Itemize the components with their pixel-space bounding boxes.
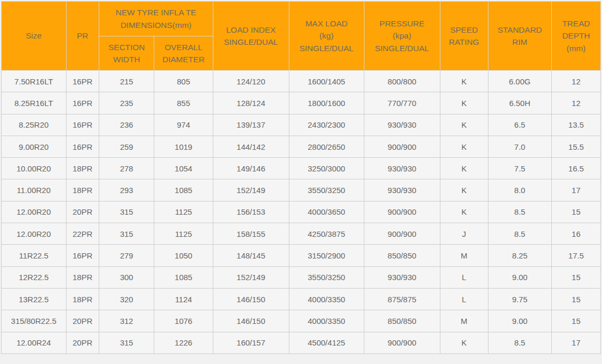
cell-load-index: 152/149 (213, 266, 289, 288)
col-header-max-load: MAX LOAD (kg) SINGLE/DUAL (289, 2, 364, 71)
cell-load-index: 128/124 (213, 92, 289, 114)
cell-speed-rating: K (440, 179, 488, 201)
cell-speed-rating: K (440, 92, 488, 114)
table-row: 12R22.518PR3001085152/1493550/3250930/93… (2, 266, 601, 288)
cell-standard-rim: 9.00 (488, 310, 551, 332)
cell-standard-rim: 6.00G (488, 71, 551, 92)
cell-load-index: 156/153 (213, 201, 289, 223)
cell-size: 10.00R20 (2, 158, 67, 179)
cell-standard-rim: 8.5 (488, 223, 551, 245)
cell-overall-diameter: 1125 (154, 201, 213, 223)
cell-load-index: 139/137 (213, 114, 289, 136)
cell-speed-rating: K (440, 201, 488, 223)
table-row: 12.00R2420PR3151226160/1574500/4125900/9… (2, 332, 601, 353)
cell-pressure: 930/930 (364, 266, 440, 288)
cell-tread-depth: 16 (551, 223, 600, 245)
cell-section-width: 315 (99, 223, 154, 245)
table-row: 8.25R16LT16PR235855128/1241800/1600770/7… (2, 92, 601, 114)
cell-load-index: 124/120 (213, 71, 289, 92)
cell-pressure: 900/900 (364, 223, 440, 245)
cell-section-width: 259 (99, 136, 154, 157)
cell-tread-depth: 17.5 (551, 245, 600, 266)
cell-pressure: 850/850 (364, 245, 440, 266)
cell-tread-depth: 15 (551, 201, 600, 223)
col-header-standard-rim: STANDARD RIM (488, 2, 551, 71)
cell-overall-diameter: 1050 (154, 245, 213, 266)
cell-overall-diameter: 1085 (154, 266, 213, 288)
cell-max-load: 3550/3250 (289, 266, 364, 288)
cell-pr: 18PR (66, 288, 99, 310)
cell-speed-rating: K (440, 158, 488, 179)
cell-tread-depth: 17 (551, 332, 600, 353)
cell-tread-depth: 12 (551, 92, 600, 114)
cell-load-index: 158/155 (213, 223, 289, 245)
cell-pr: 18PR (66, 179, 99, 201)
cell-tread-depth: 15.5 (551, 136, 600, 157)
cell-overall-diameter: 1124 (154, 288, 213, 310)
cell-standard-rim: 9.00 (488, 266, 551, 288)
cell-max-load: 4000/3350 (289, 310, 364, 332)
cell-size: 9.00R20 (2, 136, 67, 157)
cell-max-load: 3550/3250 (289, 179, 364, 201)
cell-section-width: 279 (99, 245, 154, 266)
cell-standard-rim: 8.0 (488, 179, 551, 201)
cell-pressure: 800/800 (364, 71, 440, 92)
cell-load-index: 152/149 (213, 179, 289, 201)
cell-pr: 18PR (66, 158, 99, 179)
table-row: 11R22.516PR2791050148/1453150/2900850/85… (2, 245, 601, 266)
cell-section-width: 293 (99, 179, 154, 201)
cell-size: 12R22.5 (2, 266, 67, 288)
cell-max-load: 4250/3875 (289, 223, 364, 245)
cell-pressure: 850/850 (364, 310, 440, 332)
cell-standard-rim: 8.25 (488, 245, 551, 266)
cell-speed-rating: K (440, 114, 488, 136)
cell-pr: 16PR (66, 136, 99, 157)
tyre-spec-table: Size PR NEW TYRE INFLA TE DIMENSIONS(mm)… (1, 1, 601, 354)
cell-standard-rim: 6.50H (488, 92, 551, 114)
cell-max-load: 2800/2650 (289, 136, 364, 157)
cell-speed-rating: L (440, 266, 488, 288)
cell-standard-rim: 8.5 (488, 201, 551, 223)
cell-max-load: 4000/3650 (289, 201, 364, 223)
cell-pr: 16PR (66, 92, 99, 114)
cell-max-load: 1600/1405 (289, 71, 364, 92)
cell-tread-depth: 17 (551, 179, 600, 201)
cell-max-load: 4000/3350 (289, 288, 364, 310)
cell-speed-rating: K (440, 332, 488, 353)
cell-speed-rating: M (440, 310, 488, 332)
cell-pressure: 930/930 (364, 179, 440, 201)
cell-max-load: 3150/2900 (289, 245, 364, 266)
cell-section-width: 315 (99, 332, 154, 353)
cell-section-width: 278 (99, 158, 154, 179)
cell-overall-diameter: 1226 (154, 332, 213, 353)
cell-max-load: 4500/4125 (289, 332, 364, 353)
cell-tread-depth: 16.5 (551, 158, 600, 179)
cell-tread-depth: 13.5 (551, 114, 600, 136)
cell-pressure: 930/930 (364, 158, 440, 179)
cell-load-index: 146/150 (213, 310, 289, 332)
tyre-spec-table-container: Size PR NEW TYRE INFLA TE DIMENSIONS(mm)… (1, 1, 601, 354)
cell-pressure: 900/900 (364, 332, 440, 353)
cell-speed-rating: K (440, 136, 488, 157)
cell-tread-depth: 15 (551, 310, 600, 332)
cell-overall-diameter: 1125 (154, 223, 213, 245)
cell-load-index: 148/145 (213, 245, 289, 266)
cell-pr: 20PR (66, 310, 99, 332)
cell-pr: 18PR (66, 266, 99, 288)
cell-speed-rating: L (440, 288, 488, 310)
cell-overall-diameter: 1019 (154, 136, 213, 157)
cell-load-index: 144/142 (213, 136, 289, 157)
cell-section-width: 320 (99, 288, 154, 310)
cell-overall-diameter: 805 (154, 71, 213, 92)
cell-size: 8.25R20 (2, 114, 67, 136)
col-header-tread-depth: TREAD DEPTH (mm) (551, 2, 600, 71)
table-row: 12.00R2022PR3151125158/1554250/3875900/9… (2, 223, 601, 245)
cell-load-index: 146/150 (213, 288, 289, 310)
cell-pressure: 875/875 (364, 288, 440, 310)
cell-pr: 16PR (66, 245, 99, 266)
cell-section-width: 312 (99, 310, 154, 332)
table-body: 7.50R16LT16PR215805124/1201600/1405800/8… (2, 71, 601, 354)
cell-load-index: 160/157 (213, 332, 289, 353)
cell-load-index: 149/146 (213, 158, 289, 179)
cell-pr: 16PR (66, 71, 99, 92)
